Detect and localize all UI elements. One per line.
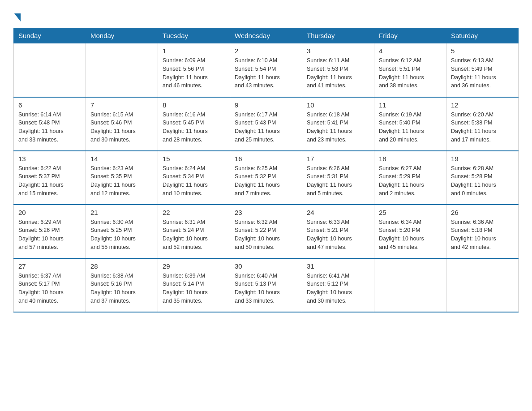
day-cell: 18Sunrise: 6:27 AM Sunset: 5:29 PM Dayli…	[374, 151, 446, 205]
header-cell-tuesday: Tuesday	[158, 28, 230, 43]
day-info: Sunrise: 6:24 AM Sunset: 5:34 PM Dayligh…	[163, 164, 225, 198]
day-info: Sunrise: 6:33 AM Sunset: 5:21 PM Dayligh…	[307, 218, 369, 252]
day-number: 20	[18, 209, 81, 216]
day-cell: 27Sunrise: 6:37 AM Sunset: 5:17 PM Dayli…	[14, 258, 86, 312]
day-info: Sunrise: 6:09 AM Sunset: 5:56 PM Dayligh…	[163, 56, 225, 90]
day-info: Sunrise: 6:11 AM Sunset: 5:53 PM Dayligh…	[307, 56, 369, 90]
day-number: 28	[90, 262, 153, 270]
day-info: Sunrise: 6:38 AM Sunset: 5:16 PM Dayligh…	[90, 272, 153, 305]
header-cell-thursday: Thursday	[302, 28, 374, 43]
day-info: Sunrise: 6:32 AM Sunset: 5:22 PM Dayligh…	[235, 218, 297, 252]
day-info: Sunrise: 6:37 AM Sunset: 5:17 PM Dayligh…	[18, 272, 81, 305]
day-number: 19	[451, 155, 514, 163]
day-info: Sunrise: 6:19 AM Sunset: 5:40 PM Dayligh…	[379, 111, 442, 144]
day-cell: 15Sunrise: 6:24 AM Sunset: 5:34 PM Dayli…	[158, 151, 230, 205]
day-number: 24	[307, 209, 369, 216]
day-number: 15	[163, 155, 225, 163]
calendar-body: 1Sunrise: 6:09 AM Sunset: 5:56 PM Daylig…	[14, 43, 519, 312]
day-cell: 22Sunrise: 6:31 AM Sunset: 5:24 PM Dayli…	[158, 205, 230, 258]
day-info: Sunrise: 6:30 AM Sunset: 5:25 PM Dayligh…	[90, 218, 153, 252]
week-row-3: 13Sunrise: 6:22 AM Sunset: 5:37 PM Dayli…	[14, 151, 519, 205]
day-number: 13	[18, 155, 81, 163]
day-info: Sunrise: 6:20 AM Sunset: 5:38 PM Dayligh…	[451, 111, 514, 144]
day-number: 7	[90, 101, 153, 109]
day-number: 1	[163, 47, 225, 55]
day-number: 16	[235, 155, 297, 163]
day-number: 11	[379, 101, 442, 109]
day-cell: 24Sunrise: 6:33 AM Sunset: 5:21 PM Dayli…	[302, 205, 374, 258]
day-cell: 31Sunrise: 6:41 AM Sunset: 5:12 PM Dayli…	[302, 258, 374, 312]
day-cell: 4Sunrise: 6:12 AM Sunset: 5:51 PM Daylig…	[374, 43, 446, 97]
day-info: Sunrise: 6:25 AM Sunset: 5:32 PM Dayligh…	[235, 164, 297, 198]
day-info: Sunrise: 6:14 AM Sunset: 5:48 PM Dayligh…	[18, 111, 81, 144]
day-cell: 11Sunrise: 6:19 AM Sunset: 5:40 PM Dayli…	[374, 97, 446, 151]
day-cell: 26Sunrise: 6:36 AM Sunset: 5:18 PM Dayli…	[446, 205, 519, 258]
day-cell: 13Sunrise: 6:22 AM Sunset: 5:37 PM Dayli…	[14, 151, 86, 205]
week-row-5: 27Sunrise: 6:37 AM Sunset: 5:17 PM Dayli…	[14, 258, 519, 312]
logo	[13, 11, 21, 20]
day-number: 21	[90, 209, 153, 216]
day-number: 3	[307, 47, 369, 55]
day-info: Sunrise: 6:18 AM Sunset: 5:41 PM Dayligh…	[307, 111, 369, 144]
day-info: Sunrise: 6:15 AM Sunset: 5:46 PM Dayligh…	[90, 111, 153, 144]
day-info: Sunrise: 6:40 AM Sunset: 5:13 PM Dayligh…	[235, 272, 297, 305]
week-row-1: 1Sunrise: 6:09 AM Sunset: 5:56 PM Daylig…	[14, 43, 519, 97]
header-cell-sunday: Sunday	[14, 28, 86, 43]
day-cell: 21Sunrise: 6:30 AM Sunset: 5:25 PM Dayli…	[86, 205, 158, 258]
day-info: Sunrise: 6:34 AM Sunset: 5:20 PM Dayligh…	[379, 218, 442, 252]
day-cell: 7Sunrise: 6:15 AM Sunset: 5:46 PM Daylig…	[86, 97, 158, 151]
day-number: 6	[18, 101, 81, 109]
day-cell: 19Sunrise: 6:28 AM Sunset: 5:28 PM Dayli…	[446, 151, 519, 205]
day-cell	[374, 258, 446, 312]
day-cell: 9Sunrise: 6:17 AM Sunset: 5:43 PM Daylig…	[230, 97, 302, 151]
day-info: Sunrise: 6:23 AM Sunset: 5:35 PM Dayligh…	[90, 164, 153, 198]
day-number: 31	[307, 262, 369, 270]
day-number: 5	[451, 47, 514, 55]
day-info: Sunrise: 6:16 AM Sunset: 5:45 PM Dayligh…	[163, 111, 225, 144]
day-cell: 8Sunrise: 6:16 AM Sunset: 5:45 PM Daylig…	[158, 97, 230, 151]
day-cell: 28Sunrise: 6:38 AM Sunset: 5:16 PM Dayli…	[86, 258, 158, 312]
day-info: Sunrise: 6:39 AM Sunset: 5:14 PM Dayligh…	[163, 272, 225, 305]
day-cell: 2Sunrise: 6:10 AM Sunset: 5:54 PM Daylig…	[230, 43, 302, 97]
day-cell: 12Sunrise: 6:20 AM Sunset: 5:38 PM Dayli…	[446, 97, 519, 151]
day-cell: 25Sunrise: 6:34 AM Sunset: 5:20 PM Dayli…	[374, 205, 446, 258]
day-number: 26	[451, 209, 514, 216]
logo-arrow-icon	[14, 13, 21, 21]
day-number: 4	[379, 47, 442, 55]
day-number: 12	[451, 101, 514, 109]
day-cell: 14Sunrise: 6:23 AM Sunset: 5:35 PM Dayli…	[86, 151, 158, 205]
day-cell: 20Sunrise: 6:29 AM Sunset: 5:26 PM Dayli…	[14, 205, 86, 258]
calendar-header: SundayMondayTuesdayWednesdayThursdayFrid…	[14, 28, 519, 43]
day-info: Sunrise: 6:41 AM Sunset: 5:12 PM Dayligh…	[307, 272, 369, 305]
day-number: 22	[163, 209, 225, 216]
day-info: Sunrise: 6:26 AM Sunset: 5:31 PM Dayligh…	[307, 164, 369, 198]
day-info: Sunrise: 6:17 AM Sunset: 5:43 PM Dayligh…	[235, 111, 297, 144]
day-info: Sunrise: 6:28 AM Sunset: 5:28 PM Dayligh…	[451, 164, 514, 198]
page-header	[13, 11, 519, 20]
day-number: 18	[379, 155, 442, 163]
day-info: Sunrise: 6:10 AM Sunset: 5:54 PM Dayligh…	[235, 56, 297, 90]
day-info: Sunrise: 6:36 AM Sunset: 5:18 PM Dayligh…	[451, 218, 514, 252]
day-info: Sunrise: 6:13 AM Sunset: 5:49 PM Dayligh…	[451, 56, 514, 90]
day-cell: 17Sunrise: 6:26 AM Sunset: 5:31 PM Dayli…	[302, 151, 374, 205]
day-cell: 29Sunrise: 6:39 AM Sunset: 5:14 PM Dayli…	[158, 258, 230, 312]
day-info: Sunrise: 6:12 AM Sunset: 5:51 PM Dayligh…	[379, 56, 442, 90]
calendar-table: SundayMondayTuesdayWednesdayThursdayFrid…	[13, 28, 519, 313]
day-info: Sunrise: 6:29 AM Sunset: 5:26 PM Dayligh…	[18, 218, 81, 252]
day-cell: 16Sunrise: 6:25 AM Sunset: 5:32 PM Dayli…	[230, 151, 302, 205]
day-number: 27	[18, 262, 81, 270]
header-cell-saturday: Saturday	[446, 28, 519, 43]
day-number: 14	[90, 155, 153, 163]
day-number: 2	[235, 47, 297, 55]
day-cell: 23Sunrise: 6:32 AM Sunset: 5:22 PM Dayli…	[230, 205, 302, 258]
day-number: 29	[163, 262, 225, 270]
day-cell: 10Sunrise: 6:18 AM Sunset: 5:41 PM Dayli…	[302, 97, 374, 151]
day-number: 8	[163, 101, 225, 109]
day-cell: 3Sunrise: 6:11 AM Sunset: 5:53 PM Daylig…	[302, 43, 374, 97]
header-cell-monday: Monday	[86, 28, 158, 43]
day-info: Sunrise: 6:22 AM Sunset: 5:37 PM Dayligh…	[18, 164, 81, 198]
day-number: 25	[379, 209, 442, 216]
day-cell	[86, 43, 158, 97]
day-cell: 30Sunrise: 6:40 AM Sunset: 5:13 PM Dayli…	[230, 258, 302, 312]
day-cell: 1Sunrise: 6:09 AM Sunset: 5:56 PM Daylig…	[158, 43, 230, 97]
